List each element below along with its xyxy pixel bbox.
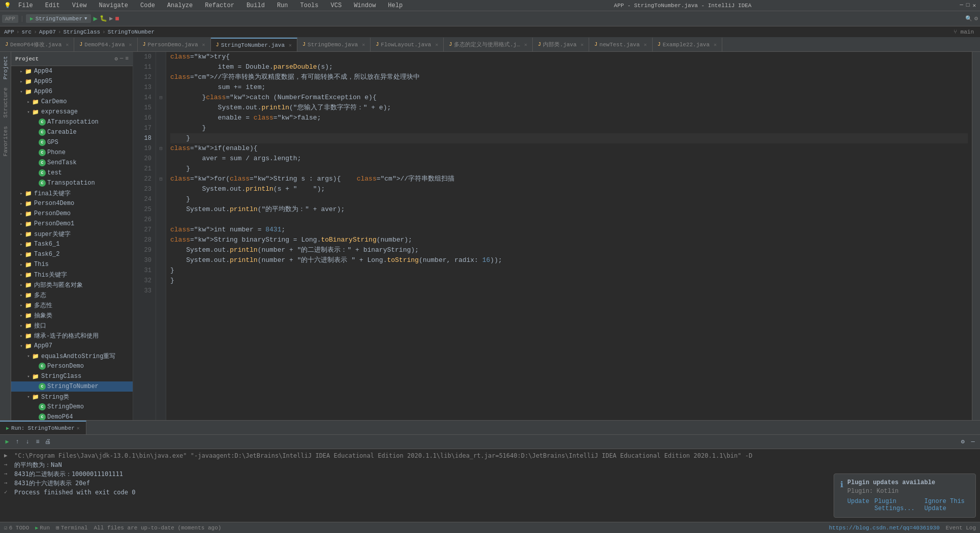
file-tab-PersonDemo-java[interactable]: JPersonDemo.java✕ bbox=[138, 38, 211, 51]
run-status-button[interactable]: ▶ Run bbox=[35, 525, 50, 531]
file-tab-close[interactable]: ✕ bbox=[524, 42, 527, 48]
menu-item-file[interactable]: File bbox=[15, 1, 36, 10]
file-tab-FlowLayout-java[interactable]: JFlowLayout.java✕ bbox=[371, 38, 444, 51]
menu-item-tools[interactable]: Tools bbox=[297, 1, 322, 10]
file-tab-close[interactable]: ✕ bbox=[644, 42, 647, 48]
close-run-button[interactable]: ─ bbox=[969, 438, 977, 446]
align-button[interactable]: ≡ bbox=[34, 438, 42, 446]
file-tab-StringDemo-java[interactable]: JStringDemo.java✕ bbox=[297, 38, 371, 51]
tree-item-GPS[interactable]: cGPS bbox=[11, 137, 133, 147]
tree-item-ATranspotation[interactable]: cATranspotation bbox=[11, 117, 133, 127]
menu-item-build[interactable]: Build bbox=[243, 1, 268, 10]
tree-item-This关键字[interactable]: ▸📁This关键字 bbox=[11, 270, 133, 280]
menu-item-vcs[interactable]: VCS bbox=[328, 1, 345, 10]
file-tab-DemoP64修改-java[interactable]: JDemoP64修改.java✕ bbox=[0, 38, 74, 51]
run-config[interactable]: ▶ StringToNumber ▼ bbox=[26, 14, 91, 23]
menu-item-edit[interactable]: Edit bbox=[42, 1, 63, 10]
tree-item-Phone[interactable]: cPhone bbox=[11, 147, 133, 158]
gear-icon[interactable]: ⚙ bbox=[114, 55, 118, 62]
file-tab-close[interactable]: ✕ bbox=[435, 42, 438, 48]
fold-arrow[interactable]: ⊟ bbox=[159, 95, 162, 101]
event-log[interactable]: Event Log bbox=[946, 525, 976, 531]
file-tab-Example22-java[interactable]: JExample22.java✕ bbox=[653, 38, 722, 51]
tree-item-String类[interactable]: ▾📁String类 bbox=[11, 392, 133, 402]
gutter-19[interactable]: ⊟ bbox=[156, 143, 166, 154]
notification-action-update[interactable]: Update bbox=[847, 498, 869, 512]
file-tab-close[interactable]: ✕ bbox=[289, 42, 292, 48]
run-button[interactable]: ▶ bbox=[93, 14, 97, 23]
project-panel-tools[interactable]: ⚙ ─ ≡ bbox=[114, 55, 129, 62]
tree-item-Person4Demo[interactable]: ▸📁Person4Demo bbox=[11, 198, 133, 209]
settings-button[interactable]: ⚙ bbox=[974, 15, 978, 22]
minimize-button[interactable]: ─ bbox=[960, 2, 963, 9]
tree-item-Careable[interactable]: cCareable bbox=[11, 127, 133, 137]
project-selector[interactable]: APP bbox=[2, 15, 18, 23]
gutter-14[interactable]: ⊟ bbox=[156, 93, 166, 103]
file-tab-close[interactable]: ✕ bbox=[129, 42, 132, 48]
notification-action-ignore-this-update[interactable]: Ignore This Update bbox=[925, 498, 969, 512]
file-tab-close[interactable]: ✕ bbox=[362, 42, 365, 48]
project-tab[interactable]: Project bbox=[1, 52, 11, 83]
run-coverage[interactable]: ▶ bbox=[109, 15, 113, 22]
notification-action-plugin-settings...[interactable]: Plugin Settings... bbox=[874, 498, 919, 512]
tree-item-Task6_1[interactable]: ▸📁Task6_1 bbox=[11, 239, 133, 249]
close-button[interactable]: ✕ bbox=[972, 2, 976, 9]
file-tab-close[interactable]: ✕ bbox=[714, 42, 717, 48]
tree-item-This[interactable]: ▸📁This bbox=[11, 259, 133, 270]
tree-item-StringClass[interactable]: ▾📁StringClass bbox=[11, 371, 133, 381]
tree-item-内部类与匿名对象[interactable]: ▸📁内部类与匿名对象 bbox=[11, 280, 133, 290]
tree-item-接口[interactable]: ▸📁接口 bbox=[11, 320, 133, 331]
tree-item-App07[interactable]: ▾📁App07 bbox=[11, 341, 133, 351]
rerun-button[interactable]: ▶ bbox=[3, 438, 11, 446]
breadcrumb-src[interactable]: src bbox=[21, 29, 32, 35]
tree-item-StringDemo[interactable]: cStringDemo bbox=[11, 402, 133, 412]
structure-tab[interactable]: Structure bbox=[1, 83, 11, 122]
tree-item-多态[interactable]: ▸📁多态 bbox=[11, 290, 133, 300]
terminal-button[interactable]: ⊞ Terminal bbox=[56, 524, 87, 531]
tree-item-super关键字[interactable]: ▸📁super关键字 bbox=[11, 229, 133, 239]
gutter-22[interactable]: ⊟ bbox=[156, 174, 166, 184]
print-button[interactable]: 🖨 bbox=[44, 438, 52, 446]
tree-item-多态性[interactable]: ▸📁多态性 bbox=[11, 300, 133, 310]
menu-item-code[interactable]: Code bbox=[137, 1, 158, 10]
tree-item-Transpotation[interactable]: cTranspotation bbox=[11, 178, 133, 188]
vcs-branch[interactable]: ⑂ main bbox=[954, 29, 974, 35]
menu-item-run[interactable]: Run bbox=[274, 1, 291, 10]
tree-item-PersonDemo[interactable]: cPersonDemo bbox=[11, 361, 133, 371]
tree-item-Task6_2[interactable]: ▸📁Task6_2 bbox=[11, 249, 133, 259]
tree-item-equalsAndtoString重写[interactable]: ▾📁equalsAndtoString重写 bbox=[11, 351, 133, 361]
breadcrumb-app[interactable]: APP bbox=[4, 29, 14, 35]
file-tab-DemoP64-java[interactable]: JDemoP64.java✕ bbox=[74, 38, 137, 51]
menu-item-analyze[interactable]: Analyze bbox=[164, 1, 196, 10]
tree-item-App05[interactable]: ▸📁App05 bbox=[11, 76, 133, 86]
tree-item-expressage[interactable]: ▾📁expressage bbox=[11, 107, 133, 117]
menu-item-refactor[interactable]: Refactor bbox=[202, 1, 237, 10]
debug-button[interactable]: 🐛 bbox=[100, 15, 107, 22]
todo-count[interactable]: ☑ 6 TODO bbox=[4, 524, 29, 531]
maximize-button[interactable]: □ bbox=[966, 2, 970, 9]
fold-arrow[interactable]: ⊟ bbox=[159, 145, 162, 152]
fold-arrow[interactable]: ⊟ bbox=[159, 176, 162, 182]
menu-item-navigate[interactable]: Navigate bbox=[96, 1, 131, 10]
code-content[interactable]: class="kw">try{ item = Double.parseDoubl… bbox=[166, 52, 972, 420]
notification-actions[interactable]: UpdatePlugin Settings...Ignore This Upda… bbox=[847, 498, 969, 512]
menu-item-window[interactable]: Window bbox=[351, 1, 379, 10]
file-tab-close[interactable]: ✕ bbox=[580, 42, 584, 48]
tree-item-抽象类[interactable]: ▸📁抽象类 bbox=[11, 310, 133, 320]
menu-bar[interactable]: FileEditViewNavigateCodeAnalyzeRefactorB… bbox=[15, 1, 406, 10]
run-tab-close[interactable]: ✕ bbox=[77, 425, 80, 431]
stop-button[interactable]: ■ bbox=[115, 15, 119, 23]
settings-icon[interactable]: ≡ bbox=[125, 55, 129, 62]
file-tab-close[interactable]: ✕ bbox=[202, 42, 205, 48]
collapse-icon[interactable]: ─ bbox=[120, 55, 124, 62]
file-tab-StringToNumber-java[interactable]: JStringToNumber.java✕ bbox=[211, 38, 297, 51]
tree-item-DemoP64[interactable]: cDemoP64 bbox=[11, 412, 133, 420]
tree-item-App04[interactable]: ▸📁App04 bbox=[11, 66, 133, 76]
breadcrumb-app07[interactable]: App07 bbox=[39, 29, 56, 35]
tree-item-App06[interactable]: ▾📁App06 bbox=[11, 86, 133, 97]
breadcrumb-stringclass[interactable]: StringClass bbox=[63, 29, 100, 35]
search-everywhere[interactable]: 🔍 bbox=[965, 15, 972, 22]
scroll-down-button[interactable]: ↓ bbox=[23, 438, 32, 446]
breadcrumb-stringtonumber[interactable]: StringToNumber bbox=[108, 29, 155, 35]
tree-item-test[interactable]: ctest bbox=[11, 168, 133, 178]
